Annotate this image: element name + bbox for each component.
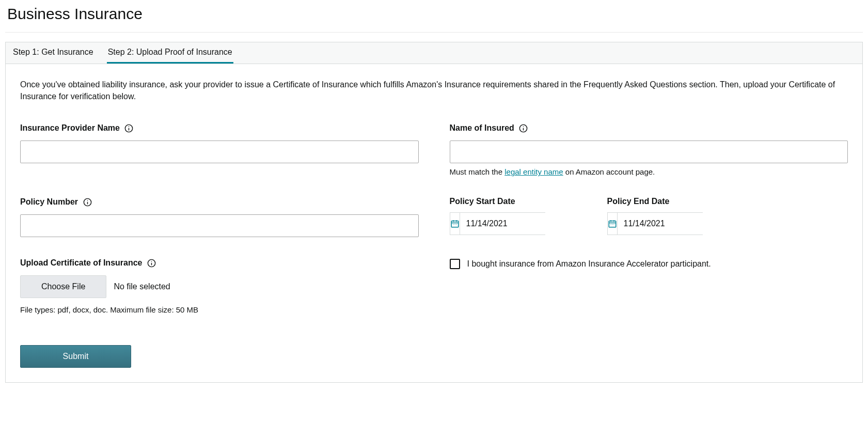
- end-date-input[interactable]: [618, 213, 733, 235]
- file-hint: File types: pdf, docx, doc. Maximum file…: [20, 305, 419, 314]
- field-dates: Policy Start Date: [450, 197, 848, 237]
- info-icon[interactable]: [147, 258, 157, 268]
- svg-point-14: [454, 224, 455, 225]
- page-title: Business Insurance: [5, 5, 863, 33]
- svg-rect-16: [609, 221, 616, 227]
- start-date-wrapper: [450, 212, 545, 235]
- svg-rect-9: [451, 221, 459, 227]
- end-date-label: Policy End Date: [607, 197, 670, 206]
- legal-entity-link[interactable]: legal entity name: [504, 167, 563, 176]
- field-policy-number: Policy Number: [20, 197, 419, 237]
- tab-panel: Once you've obtained liability insurance…: [5, 64, 863, 383]
- insured-name-input[interactable]: [450, 141, 848, 163]
- end-date-wrapper: [607, 212, 703, 235]
- insured-help-text: Must match the legal entity name on Amaz…: [450, 167, 848, 176]
- policy-number-label: Policy Number: [20, 197, 78, 207]
- info-icon[interactable]: [518, 123, 529, 133]
- svg-point-21: [612, 224, 612, 225]
- calendar-icon[interactable]: [450, 213, 460, 235]
- svg-point-20: [610, 224, 611, 225]
- accelerator-label: I bought insurance from Amazon Insurance…: [467, 259, 711, 269]
- start-date-label: Policy Start Date: [450, 197, 515, 206]
- accelerator-checkbox[interactable]: [450, 259, 460, 269]
- field-insured-name: Name of Insured Must match the legal ent…: [450, 123, 848, 176]
- provider-name-input[interactable]: [20, 141, 419, 163]
- tabs-bar: Step 1: Get Insurance Step 2: Upload Pro…: [5, 42, 863, 64]
- policy-number-input[interactable]: [20, 214, 419, 237]
- field-provider-name: Insurance Provider Name: [20, 123, 419, 176]
- svg-point-13: [453, 224, 453, 225]
- svg-point-25: [151, 261, 152, 261]
- svg-point-8: [87, 200, 87, 200]
- svg-point-22: [613, 224, 614, 225]
- provider-name-label: Insurance Provider Name: [20, 123, 120, 133]
- tab-step-2[interactable]: Step 2: Upload Proof of Insurance: [107, 42, 233, 64]
- svg-point-15: [456, 224, 456, 225]
- upload-label: Upload Certificate of Insurance: [20, 258, 143, 268]
- info-icon[interactable]: [82, 197, 92, 207]
- svg-point-2: [129, 126, 129, 127]
- start-date-input[interactable]: [460, 213, 576, 235]
- field-upload: Upload Certificate of Insurance Choose F…: [20, 258, 419, 314]
- svg-point-5: [523, 126, 524, 127]
- field-accelerator: I bought insurance from Amazon Insurance…: [450, 258, 848, 309]
- info-icon[interactable]: [124, 123, 134, 133]
- tab-step-1[interactable]: Step 1: Get Insurance: [12, 42, 94, 64]
- choose-file-button[interactable]: Choose File: [20, 275, 106, 298]
- file-status: No file selected: [114, 282, 170, 291]
- intro-text: Once you've obtained liability insurance…: [20, 79, 848, 102]
- submit-button[interactable]: Submit: [20, 345, 131, 368]
- insured-name-label: Name of Insured: [450, 123, 514, 133]
- calendar-icon[interactable]: [608, 213, 618, 235]
